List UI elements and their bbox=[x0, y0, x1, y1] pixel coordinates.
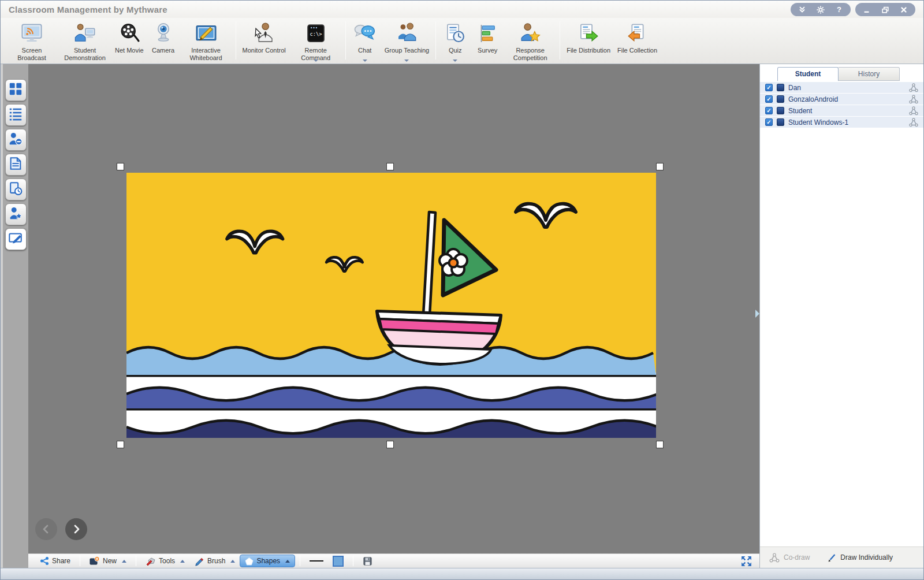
dropdown-arrow-icon[interactable] bbox=[453, 60, 457, 62]
student-row[interactable]: ✓ GonzaloAndroid bbox=[760, 94, 923, 105]
ribbon-group-control: Monitor Control c:\> Remote Command bbox=[239, 18, 342, 64]
drawing-toolbar: Share New Tools Brush Shapes bbox=[28, 553, 759, 568]
selection-handle-top-center[interactable] bbox=[386, 163, 394, 170]
flyout-arrow-icon[interactable] bbox=[285, 560, 290, 563]
sidebar-item-file-history[interactable] bbox=[5, 179, 27, 200]
student-checkbox[interactable]: ✓ bbox=[765, 107, 773, 114]
sidebar-item-list-view[interactable] bbox=[5, 104, 27, 126]
fullscreen-expand-button[interactable] bbox=[740, 555, 752, 567]
co-draw-button[interactable]: Co-draw bbox=[769, 553, 810, 563]
panel-tabs: Student History bbox=[777, 67, 918, 81]
expand-arrows-icon bbox=[740, 555, 752, 567]
panel-collapse-arrow-icon[interactable] bbox=[755, 310, 759, 318]
flyout-arrow-icon[interactable] bbox=[230, 560, 235, 563]
draw-individually-brush-icon bbox=[827, 553, 836, 563]
chevron-right-icon bbox=[70, 523, 82, 535]
student-computer-icon bbox=[777, 118, 784, 126]
student-checkbox[interactable]: ✓ bbox=[765, 95, 773, 103]
network-triangle-icon[interactable] bbox=[909, 95, 918, 104]
share-icon bbox=[40, 556, 49, 566]
current-color-swatch bbox=[333, 556, 344, 567]
camera-icon bbox=[151, 20, 176, 46]
brush-button[interactable]: Brush bbox=[189, 555, 240, 567]
network-triangle-icon[interactable] bbox=[909, 83, 918, 92]
student-checkbox[interactable]: ✓ bbox=[765, 84, 773, 91]
shapes-button[interactable]: Shapes bbox=[240, 555, 295, 567]
close-icon[interactable] bbox=[899, 5, 908, 14]
flyout-arrow-icon[interactable] bbox=[180, 560, 185, 563]
collapse-ribbon-icon[interactable] bbox=[798, 5, 807, 14]
grid-view-icon bbox=[8, 81, 23, 99]
ribbon-separator bbox=[435, 21, 436, 60]
sidebar-item-grid-view[interactable] bbox=[5, 79, 27, 101]
student-row[interactable]: ✓ Student Windows-1 bbox=[760, 117, 923, 128]
ribbon-item-camera[interactable]: Camera bbox=[147, 18, 180, 64]
next-page-button[interactable] bbox=[65, 518, 87, 540]
ribbon-item-file-collection[interactable]: File Collection bbox=[614, 18, 661, 64]
student-checkbox[interactable]: ✓ bbox=[765, 118, 773, 126]
tab-student[interactable]: Student bbox=[777, 67, 839, 81]
network-triangle-icon[interactable] bbox=[909, 118, 918, 127]
line-width-selector[interactable] bbox=[305, 555, 328, 567]
student-panel: Student History ✓ Dan ✓ GonzaloAndroid ✓… bbox=[759, 64, 923, 568]
student-computer-icon bbox=[777, 107, 784, 114]
student-row[interactable]: ✓ Student bbox=[760, 105, 923, 116]
tools-button[interactable]: Tools bbox=[141, 555, 189, 567]
help-icon[interactable]: ? bbox=[834, 5, 844, 14]
file-history-icon bbox=[8, 181, 23, 198]
user-star-icon bbox=[8, 206, 23, 223]
user-remove-icon bbox=[8, 131, 23, 148]
toolbar-separator bbox=[80, 556, 80, 566]
selection-handle-top-right[interactable] bbox=[656, 163, 664, 170]
ribbon-item-chat[interactable]: Chat bbox=[349, 18, 381, 64]
minimize-icon[interactable] bbox=[862, 5, 871, 14]
sidebar-item-user-star[interactable] bbox=[5, 203, 27, 225]
sidebar-item-file-page[interactable] bbox=[5, 154, 27, 176]
new-button[interactable]: New bbox=[85, 555, 131, 567]
sailboat-drawing[interactable] bbox=[126, 173, 656, 438]
restore-icon[interactable] bbox=[881, 5, 890, 14]
student-row[interactable]: ✓ Dan bbox=[760, 82, 923, 93]
response-competition-icon bbox=[518, 20, 542, 46]
dropdown-arrow-icon[interactable] bbox=[404, 60, 409, 62]
ribbon-item-response-competition[interactable]: Response Competition bbox=[504, 18, 557, 64]
selection-handle-top-left[interactable] bbox=[117, 163, 124, 170]
ribbon-group-communication: Chat Group Teaching bbox=[349, 18, 433, 64]
sidebar-item-user-remove[interactable] bbox=[5, 129, 27, 151]
selection-handle-bottom-right[interactable] bbox=[656, 441, 664, 448]
dropdown-arrow-icon[interactable] bbox=[363, 60, 367, 62]
group-teaching-icon bbox=[394, 20, 419, 46]
previous-page-button[interactable] bbox=[35, 518, 57, 540]
ribbon-item-group-teaching[interactable]: Group Teaching bbox=[381, 18, 433, 64]
ribbon-item-monitor-control[interactable]: Monitor Control bbox=[239, 18, 289, 64]
file-distribution-icon bbox=[576, 20, 601, 46]
ribbon-group-broadcast: Screen Broadcast Student Demonstration N… bbox=[5, 18, 233, 64]
app-window: Classroom Management by Mythware ? bbox=[0, 0, 924, 580]
ribbon-item-interactive-whiteboard[interactable]: Interactive Whiteboard bbox=[180, 18, 233, 64]
color-swatch-selector[interactable] bbox=[328, 555, 348, 567]
tab-history[interactable]: History bbox=[839, 67, 900, 81]
ribbon-separator bbox=[560, 21, 560, 60]
toolbar-separator bbox=[300, 556, 300, 566]
share-button[interactable]: Share bbox=[35, 555, 75, 567]
draw-individually-button[interactable]: Draw Individually bbox=[827, 553, 893, 563]
ribbon-item-remote-command[interactable]: c:\> Remote Command bbox=[289, 18, 342, 64]
dropdown-arrow-icon[interactable] bbox=[314, 60, 318, 62]
whiteboard-canvas[interactable]: Share New Tools Brush Shapes bbox=[28, 64, 759, 568]
ribbon-item-file-distribution[interactable]: File Distribution bbox=[563, 18, 614, 64]
selection-handle-bottom-center[interactable] bbox=[386, 441, 394, 448]
flyout-arrow-icon[interactable] bbox=[122, 560, 126, 563]
student-list: ✓ Dan ✓ GonzaloAndroid ✓ Student ✓ Stud bbox=[760, 82, 923, 128]
ribbon-item-net-movie[interactable]: Net Movie bbox=[111, 18, 147, 64]
ribbon-item-student-demonstration[interactable]: Student Demonstration bbox=[58, 18, 111, 64]
co-draw-network-icon bbox=[769, 553, 780, 563]
ribbon-separator bbox=[345, 21, 346, 60]
ribbon-item-quiz[interactable]: Quiz bbox=[439, 18, 471, 64]
selection-handle-bottom-left[interactable] bbox=[117, 441, 124, 448]
ribbon-item-screen-broadcast[interactable]: Screen Broadcast bbox=[5, 18, 58, 64]
network-triangle-icon[interactable] bbox=[909, 106, 918, 116]
sidebar-item-whiteboard-pen[interactable] bbox=[5, 228, 27, 250]
save-button[interactable] bbox=[358, 555, 377, 567]
ribbon-item-survey[interactable]: Survey bbox=[471, 18, 504, 64]
settings-gear-icon[interactable] bbox=[816, 5, 825, 14]
